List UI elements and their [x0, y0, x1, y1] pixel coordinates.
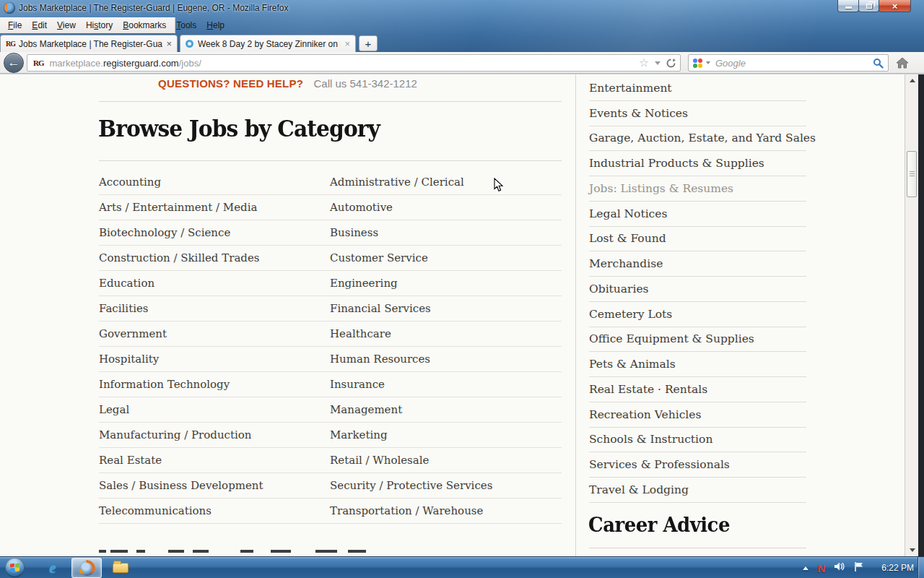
- job-category-link[interactable]: Insurance: [330, 378, 385, 391]
- sidebar-item[interactable]: Recreation Vehicles: [589, 402, 806, 428]
- sidebar-item[interactable]: Events & Notices: [589, 101, 806, 126]
- job-category-link[interactable]: Management: [330, 403, 402, 416]
- menu-tools[interactable]: Tools: [171, 19, 201, 32]
- job-category-link[interactable]: Real Estate: [99, 454, 162, 467]
- job-category-row: GovernmentHealthcare: [99, 322, 562, 347]
- notification-n-icon[interactable]: N: [817, 562, 825, 574]
- job-category-link[interactable]: Marketing: [330, 428, 388, 441]
- restore-button[interactable]: [858, 0, 879, 12]
- sidebar-item[interactable]: Services & Professionals: [589, 452, 806, 478]
- job-category-link[interactable]: Administrative / Clerical: [330, 176, 464, 189]
- page-title: Browse Jobs by Category: [98, 116, 380, 142]
- job-category-link[interactable]: Biotechnology / Science: [99, 226, 230, 239]
- sidebar-item[interactable]: Obituaries: [589, 277, 806, 302]
- show-desktop-button[interactable]: [918, 557, 924, 578]
- divider: [99, 101, 562, 102]
- windows-logo-icon: [10, 564, 19, 571]
- job-category-link[interactable]: Accounting: [99, 176, 161, 189]
- job-category-link[interactable]: Security / Protective Services: [330, 479, 492, 492]
- job-category-link[interactable]: Telecommunications: [99, 504, 212, 517]
- job-category-link[interactable]: Facilities: [99, 302, 149, 315]
- search-go-icon[interactable]: [873, 58, 884, 69]
- close-button[interactable]: ×: [879, 0, 911, 12]
- sidebar-item[interactable]: Travel & Lodging: [589, 478, 806, 503]
- sidebar-item[interactable]: Office Equipment & Supplies: [589, 327, 806, 353]
- menu-help[interactable]: Help: [201, 19, 230, 32]
- job-category-row: LegalManagement: [99, 397, 562, 423]
- screen: Jobs Marketplace | The Register-Guard | …: [0, 0, 924, 578]
- tab-close-icon[interactable]: ×: [166, 39, 172, 48]
- sidebar-item[interactable]: Cemetery Lots: [589, 302, 806, 327]
- url-path: /jobs/: [179, 58, 201, 69]
- minimize-button[interactable]: [837, 0, 859, 12]
- sidebar-item[interactable]: Schools & Instruction: [589, 428, 806, 453]
- back-button[interactable]: ←: [4, 53, 24, 73]
- bookmark-star-icon[interactable]: ☆: [639, 57, 649, 69]
- search-input[interactable]: Google: [715, 58, 873, 69]
- sidebar-item[interactable]: Pets & Animals: [589, 352, 806, 377]
- menu-file[interactable]: File: [3, 19, 27, 32]
- job-category-link[interactable]: Arts / Entertainment / Media: [99, 201, 257, 214]
- internet-explorer-button[interactable]: e: [42, 557, 64, 578]
- scrollbar-thumb[interactable]: [907, 151, 917, 197]
- start-button[interactable]: [5, 558, 25, 577]
- help-question-text[interactable]: QUESTIONS? NEED HELP?: [158, 77, 303, 90]
- new-tab-button[interactable]: +: [359, 35, 378, 51]
- job-category-link[interactable]: Manufacturing / Production: [99, 428, 252, 441]
- job-category-link[interactable]: Retail / Wholesale: [330, 454, 429, 467]
- scroll-down-button[interactable]: [905, 544, 919, 556]
- tab-week8-day2[interactable]: Week 8 Day 2 by Stacey Zinniker on P... …: [180, 35, 356, 52]
- close-icon: ×: [892, 1, 898, 11]
- search-box[interactable]: Google: [688, 54, 889, 72]
- sidebar-item[interactable]: Entertainment: [589, 76, 806, 101]
- sidebar-item[interactable]: Industrial Products & Supplies: [589, 151, 806, 176]
- job-category-link[interactable]: Legal: [99, 403, 129, 416]
- search-engine-dropdown-icon[interactable]: [706, 61, 710, 64]
- clock[interactable]: 6:22 PM: [873, 563, 914, 573]
- url-text[interactable]: marketplace.registerguard.com/jobs/: [50, 58, 639, 69]
- job-category-link[interactable]: Human Resources: [330, 353, 430, 366]
- job-category-link[interactable]: Education: [99, 277, 154, 290]
- menu-edit[interactable]: Edit: [27, 19, 52, 32]
- sidebar-item[interactable]: Merchandise: [589, 251, 806, 277]
- content-sidebar-divider: [575, 74, 576, 556]
- url-domain: registerguard.com: [103, 58, 179, 69]
- job-category-link[interactable]: Financial Services: [330, 302, 431, 315]
- job-category-link[interactable]: Customer Service: [330, 251, 428, 264]
- sidebar-item[interactable]: Lost & Found: [589, 227, 806, 252]
- job-category-link[interactable]: Healthcare: [330, 327, 391, 340]
- menu-history[interactable]: History: [81, 19, 118, 32]
- sidebar-item[interactable]: Legal Notices: [589, 202, 806, 227]
- explorer-button[interactable]: [110, 557, 131, 578]
- url-dropdown-icon[interactable]: [655, 61, 661, 65]
- tab-close-icon[interactable]: ×: [344, 39, 350, 48]
- show-hidden-icons-button[interactable]: [803, 566, 808, 570]
- titlebar[interactable]: Jobs Marketplace | The Register-Guard | …: [0, 0, 924, 17]
- action-center-flag-icon[interactable]: [854, 561, 864, 575]
- job-category-link[interactable]: Engineering: [330, 277, 398, 290]
- sidebar-item[interactable]: Real Estate · Rentals: [589, 377, 806, 402]
- volume-icon[interactable]: [834, 561, 845, 574]
- job-category-link[interactable]: Government: [99, 327, 167, 340]
- job-category-link[interactable]: Transportation / Warehouse: [330, 504, 483, 517]
- menu-view[interactable]: View: [52, 19, 81, 32]
- job-category-link[interactable]: Automotive: [330, 201, 393, 214]
- home-button[interactable]: [893, 54, 912, 72]
- register-guard-favicon: RG: [6, 40, 15, 48]
- sidebar-item[interactable]: Garage, Auction, Estate, and Yard Sales: [589, 126, 806, 152]
- job-category-link[interactable]: Information Technology: [99, 378, 230, 391]
- job-category-link[interactable]: Construction / Skilled Trades: [99, 251, 260, 264]
- vertical-scrollbar[interactable]: [905, 74, 918, 556]
- job-category-link[interactable]: Hospitality: [99, 353, 159, 366]
- job-category-link[interactable]: Sales / Business Development: [99, 479, 263, 492]
- scroll-up-button[interactable]: [905, 74, 919, 87]
- url-bar[interactable]: RG marketplace.registerguard.com/jobs/ ☆: [27, 54, 681, 72]
- tab-jobs-marketplace[interactable]: RG Jobs Marketplace | The Register-Guar.…: [0, 35, 178, 52]
- firefox-taskbar-button[interactable]: [71, 558, 102, 578]
- sidebar-item[interactable]: Jobs: Listings & Resumes: [589, 176, 806, 202]
- job-category-row: Sales / Business DevelopmentSecurity / P…: [99, 473, 562, 499]
- google-icon[interactable]: [693, 59, 702, 68]
- menu-bookmarks[interactable]: Bookmarks: [118, 19, 171, 32]
- reload-icon[interactable]: [666, 59, 676, 68]
- job-category-link[interactable]: Business: [330, 226, 378, 239]
